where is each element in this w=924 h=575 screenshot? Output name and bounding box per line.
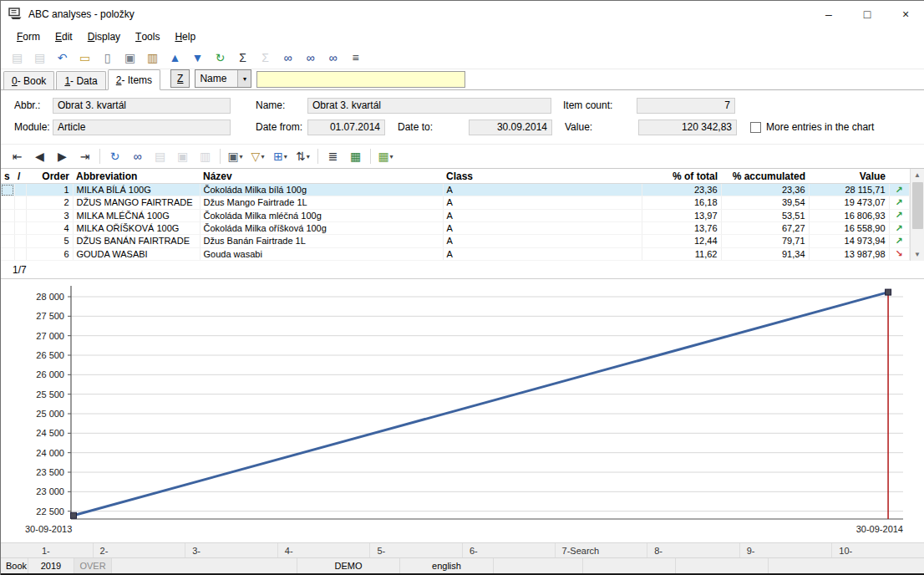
column-header-pct_total[interactable]: % of total [642, 169, 721, 184]
start-marker[interactable] [71, 512, 77, 518]
search-input[interactable] [256, 71, 465, 88]
function-key-4[interactable]: 4- [278, 543, 371, 557]
column-header-sel[interactable]: s [1, 169, 14, 184]
trend-up-icon: ↗ [895, 185, 902, 195]
tab-0-book[interactable]: 0 - Book [3, 71, 54, 89]
grid-scrollbar[interactable]: ▲ ▼ [910, 169, 924, 261]
chevron-down-icon[interactable]: ▾ [237, 70, 251, 87]
function-key-1[interactable]: 1- [1, 543, 94, 557]
next-record-icon[interactable]: ▶ [51, 147, 74, 165]
function-key-10[interactable]: 10- [832, 543, 924, 557]
last-record-icon[interactable]: ⇥ [74, 147, 96, 165]
menu-item-tools[interactable]: Tools [128, 27, 167, 46]
y-tick-label: 26 500 [36, 350, 64, 360]
function-key-8[interactable]: 8- [647, 543, 740, 557]
notebook-icon[interactable]: ▥ [141, 48, 164, 67]
menu-item-help[interactable]: Help [167, 27, 203, 46]
list-menu-icon[interactable]: ≡ [344, 48, 367, 67]
move-down-icon[interactable]: ▼ [186, 48, 209, 67]
function-key-5[interactable]: 5- [370, 543, 463, 557]
minimize-button[interactable]: – [810, 1, 848, 27]
column-header-value[interactable]: Value [809, 169, 889, 184]
view-window-icon[interactable]: ⊞▾ [269, 147, 292, 165]
previous-record-icon[interactable]: ◀ [28, 147, 51, 165]
find-icon[interactable]: ∞ [277, 48, 299, 67]
column-select-icon[interactable]: ≣ [322, 147, 344, 165]
maximize-button[interactable]: □ [848, 1, 886, 27]
tab-2-items[interactable]: 2 - Items [108, 69, 160, 90]
scroll-thumb[interactable] [912, 182, 923, 229]
status-cell-overwrite-mode: OVER [74, 558, 112, 573]
scroll-up-icon[interactable]: ▲ [911, 169, 924, 181]
scroll-track[interactable] [911, 181, 924, 248]
function-key-3[interactable]: 3- [185, 543, 278, 557]
cell-nazev: Džus Banán Fairtrade 1L [200, 235, 443, 247]
sum-icon[interactable]: Σ [231, 48, 254, 67]
abbr-field[interactable]: Obrat 3. kvartál [53, 98, 231, 114]
cell-pct_acc: 67,27 [721, 221, 809, 234]
menu-item-display[interactable]: Display [80, 27, 128, 46]
first-record-icon[interactable]: ⇤ [6, 147, 28, 165]
tab-1-data[interactable]: 1 - Data [56, 71, 105, 89]
date-to-field[interactable]: 30.09.2014 [469, 120, 552, 135]
undo-icon[interactable]: ↶ [51, 48, 74, 67]
name-field[interactable]: Obrat 3. kvartál [307, 98, 551, 114]
menu-item-edit[interactable]: Edit [48, 27, 80, 46]
cell-pct_acc: 91,34 [721, 247, 809, 260]
module-field[interactable]: Article [53, 120, 231, 135]
open-icon[interactable]: ▭ [74, 48, 96, 67]
trend-down-icon: ↘ [895, 248, 902, 258]
table-row[interactable]: 1MILKA BÍLÁ 100GČokoláda Milka bílá 100g… [1, 184, 909, 196]
item-count-field[interactable]: 7 [637, 98, 735, 114]
record-form: Abbr.: Obrat 3. kvartál Name: Obrat 3. k… [1, 90, 924, 144]
sort-icon[interactable]: ⇅▾ [292, 147, 314, 165]
menu-item-form[interactable]: Form [9, 27, 48, 46]
function-key-7[interactable]: 7-Search [556, 543, 648, 557]
column-header-slash[interactable]: / [14, 169, 26, 184]
cell-order: 5 [26, 235, 73, 247]
function-key-2[interactable]: 2- [94, 543, 186, 557]
column-header-abbreviation[interactable]: Abbreviation [73, 169, 200, 184]
x-label-start: 30-09-2013 [25, 524, 72, 534]
find-next-icon[interactable]: ∞ [299, 48, 322, 67]
filter-icon[interactable]: ▽▾ [246, 147, 269, 165]
cell-pct_acc: 23,36 [721, 184, 809, 196]
end-marker[interactable] [886, 289, 891, 295]
search-column-select[interactable]: Name ▾ [195, 69, 251, 88]
export-excel-icon[interactable]: ▦ [344, 147, 367, 165]
function-key-6[interactable]: 6- [463, 543, 556, 557]
column-header-trend[interactable] [889, 169, 909, 184]
table-options-icon[interactable]: ▦▾ [374, 147, 397, 165]
table-row[interactable]: 5DŽUS BANÁN FAIRTRADEDžus Banán Fairtrad… [1, 235, 909, 247]
scroll-down-icon[interactable]: ▼ [911, 248, 924, 261]
more-entries-checkbox[interactable] [750, 122, 761, 133]
column-header-nazev[interactable]: Název [200, 169, 443, 184]
move-up-icon[interactable]: ▲ [164, 48, 186, 67]
new-document-icon[interactable]: ▯ [96, 48, 119, 67]
item-count-label: Item count: [563, 99, 637, 111]
table-row[interactable]: 2DŽUS MANGO FAIRTRADEDžus Mango Fairtrad… [1, 196, 909, 209]
cell-abbreviation: GOUDA WASABI [73, 247, 200, 260]
cell-value: 16 806,93 [809, 209, 889, 221]
function-key-9[interactable]: 9- [740, 543, 833, 557]
date-from-field[interactable]: 01.07.2014 [307, 120, 385, 135]
find-options-icon[interactable]: ∞ [322, 48, 344, 67]
status-cell-demo-mode: DEMO [297, 558, 400, 573]
recalculate-icon[interactable]: ↻ [209, 48, 231, 67]
cell-abbreviation: MILKA BÍLÁ 100G [73, 184, 200, 196]
find-row-icon[interactable]: ∞ [126, 147, 149, 165]
value-field[interactable]: 120 342,83 [638, 120, 737, 135]
close-button[interactable]: × [886, 1, 924, 27]
z-toggle-button[interactable]: Z [170, 69, 190, 88]
table-row[interactable]: 6GOUDA WASABIGouda wasabiA11,6291,3413 9… [1, 247, 909, 260]
cell-trend: ↗ [889, 221, 909, 234]
cell-pct_total: 12,44 [642, 235, 721, 247]
table-row[interactable]: 3MILKA MLÉČNÁ 100GČokoláda Milka mléčná … [1, 209, 909, 221]
snapshot-icon[interactable]: ▣▾ [224, 147, 246, 165]
column-header-order[interactable]: Order [26, 169, 73, 184]
copy-icon[interactable]: ▣ [119, 48, 141, 67]
column-header-class[interactable]: Class [443, 169, 642, 184]
table-row[interactable]: 4MILKA OŘÍŠKOVÁ 100GČokoláda Milka oříšk… [1, 221, 909, 234]
refresh-icon[interactable]: ↻ [104, 147, 126, 165]
column-header-pct_acc[interactable]: % accumulated [721, 169, 809, 184]
